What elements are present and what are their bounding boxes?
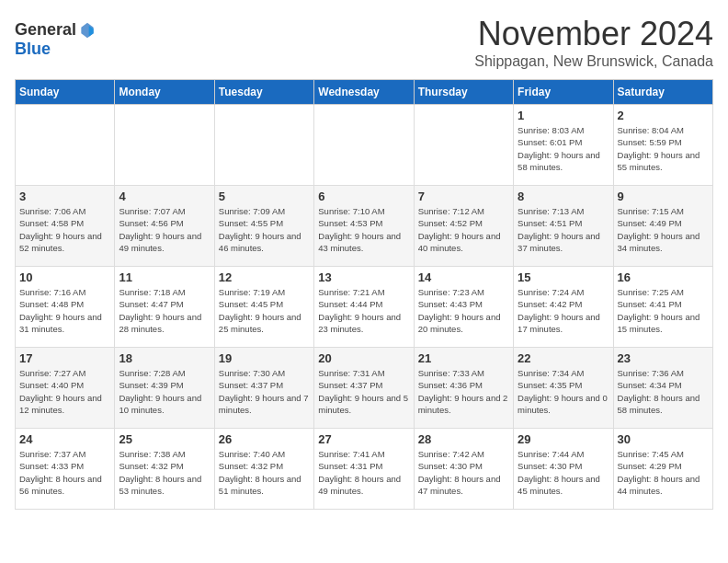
calendar-cell: 28Sunrise: 7:42 AM Sunset: 4:30 PM Dayli… [414, 429, 513, 510]
day-info: Sunrise: 7:24 AM Sunset: 4:42 PM Dayligh… [518, 286, 609, 335]
calendar-cell: 17Sunrise: 7:27 AM Sunset: 4:40 PM Dayli… [16, 348, 115, 429]
day-number: 4 [119, 190, 210, 203]
header-day-tuesday: Tuesday [214, 80, 313, 105]
calendar-cell: 9Sunrise: 7:15 AM Sunset: 4:49 PM Daylig… [613, 186, 712, 267]
location-title: Shippagan, New Brunswick, Canada [474, 53, 713, 70]
calendar-header: SundayMondayTuesdayWednesdayThursdayFrid… [16, 80, 713, 105]
day-number: 23 [618, 351, 709, 365]
calendar-cell: 22Sunrise: 7:34 AM Sunset: 4:35 PM Dayli… [514, 348, 613, 429]
logo-icon [78, 21, 97, 40]
day-number: 5 [219, 190, 310, 203]
day-info: Sunrise: 7:42 AM Sunset: 4:30 PM Dayligh… [418, 448, 509, 497]
logo: General Blue [15, 20, 97, 59]
day-number: 21 [418, 351, 509, 365]
day-number: 26 [219, 432, 310, 446]
day-info: Sunrise: 7:37 AM Sunset: 4:33 PM Dayligh… [19, 448, 110, 497]
day-number: 28 [418, 432, 509, 446]
day-info: Sunrise: 7:45 AM Sunset: 4:29 PM Dayligh… [618, 448, 709, 497]
day-info: Sunrise: 7:07 AM Sunset: 4:56 PM Dayligh… [119, 205, 210, 254]
header-day-friday: Friday [514, 80, 613, 105]
day-number: 13 [318, 270, 409, 284]
day-info: Sunrise: 7:44 AM Sunset: 4:30 PM Dayligh… [518, 448, 609, 497]
header: General Blue November 2024 Shippagan, Ne… [15, 15, 713, 70]
calendar-cell: 10Sunrise: 7:16 AM Sunset: 4:48 PM Dayli… [16, 267, 115, 348]
week-row-1: 1Sunrise: 8:03 AM Sunset: 6:01 PM Daylig… [16, 105, 713, 186]
day-number: 3 [19, 190, 110, 203]
logo-blue-text: Blue [15, 40, 51, 59]
calendar-cell: 19Sunrise: 7:30 AM Sunset: 4:37 PM Dayli… [214, 348, 313, 429]
calendar-cell: 5Sunrise: 7:09 AM Sunset: 4:55 PM Daylig… [214, 186, 313, 267]
day-info: Sunrise: 7:15 AM Sunset: 4:49 PM Dayligh… [618, 205, 709, 254]
day-number: 19 [219, 351, 310, 365]
calendar-cell [214, 105, 313, 186]
day-info: Sunrise: 7:23 AM Sunset: 4:43 PM Dayligh… [418, 286, 509, 335]
day-number: 15 [518, 270, 609, 284]
title-area: November 2024 Shippagan, New Brunswick, … [474, 15, 713, 70]
day-number: 6 [318, 190, 409, 203]
calendar-cell: 23Sunrise: 7:36 AM Sunset: 4:34 PM Dayli… [613, 348, 712, 429]
day-info: Sunrise: 7:16 AM Sunset: 4:48 PM Dayligh… [19, 286, 110, 335]
week-row-3: 10Sunrise: 7:16 AM Sunset: 4:48 PM Dayli… [16, 267, 713, 348]
week-row-4: 17Sunrise: 7:27 AM Sunset: 4:40 PM Dayli… [16, 348, 713, 429]
day-number: 18 [119, 351, 210, 365]
day-number: 8 [518, 190, 609, 203]
day-number: 7 [418, 190, 509, 203]
calendar-cell: 24Sunrise: 7:37 AM Sunset: 4:33 PM Dayli… [16, 429, 115, 510]
calendar-cell [314, 105, 414, 186]
day-info: Sunrise: 7:38 AM Sunset: 4:32 PM Dayligh… [119, 448, 210, 497]
header-day-thursday: Thursday [414, 80, 513, 105]
calendar-cell: 29Sunrise: 7:44 AM Sunset: 4:30 PM Dayli… [514, 429, 613, 510]
day-info: Sunrise: 7:13 AM Sunset: 4:51 PM Dayligh… [518, 205, 609, 254]
calendar-cell [115, 105, 214, 186]
header-day-monday: Monday [115, 80, 214, 105]
calendar-cell: 13Sunrise: 7:21 AM Sunset: 4:44 PM Dayli… [314, 267, 414, 348]
header-row: SundayMondayTuesdayWednesdayThursdayFrid… [16, 80, 713, 105]
day-info: Sunrise: 7:18 AM Sunset: 4:47 PM Dayligh… [119, 286, 210, 335]
day-info: Sunrise: 7:34 AM Sunset: 4:35 PM Dayligh… [518, 367, 609, 416]
day-number: 30 [618, 432, 709, 446]
day-number: 27 [318, 432, 409, 446]
day-number: 24 [19, 432, 110, 446]
day-number: 14 [418, 270, 509, 284]
day-info: Sunrise: 7:41 AM Sunset: 4:31 PM Dayligh… [318, 448, 409, 497]
calendar-cell: 8Sunrise: 7:13 AM Sunset: 4:51 PM Daylig… [514, 186, 613, 267]
header-day-saturday: Saturday [613, 80, 712, 105]
day-info: Sunrise: 7:28 AM Sunset: 4:39 PM Dayligh… [119, 367, 210, 416]
day-info: Sunrise: 7:40 AM Sunset: 4:32 PM Dayligh… [219, 448, 310, 497]
calendar-cell: 25Sunrise: 7:38 AM Sunset: 4:32 PM Dayli… [115, 429, 214, 510]
header-day-wednesday: Wednesday [314, 80, 414, 105]
calendar-cell: 1Sunrise: 8:03 AM Sunset: 6:01 PM Daylig… [514, 105, 613, 186]
calendar-cell: 3Sunrise: 7:06 AM Sunset: 4:58 PM Daylig… [16, 186, 115, 267]
calendar-cell: 4Sunrise: 7:07 AM Sunset: 4:56 PM Daylig… [115, 186, 214, 267]
header-day-sunday: Sunday [16, 80, 115, 105]
day-number: 10 [19, 270, 110, 284]
calendar-body: 1Sunrise: 8:03 AM Sunset: 6:01 PM Daylig… [16, 105, 713, 510]
calendar-cell: 14Sunrise: 7:23 AM Sunset: 4:43 PM Dayli… [414, 267, 513, 348]
calendar-cell: 21Sunrise: 7:33 AM Sunset: 4:36 PM Dayli… [414, 348, 513, 429]
day-number: 20 [318, 351, 409, 365]
day-info: Sunrise: 8:04 AM Sunset: 5:59 PM Dayligh… [618, 124, 709, 173]
calendar-cell: 6Sunrise: 7:10 AM Sunset: 4:53 PM Daylig… [314, 186, 414, 267]
day-number: 9 [618, 190, 709, 203]
calendar-cell [414, 105, 513, 186]
calendar-cell: 2Sunrise: 8:04 AM Sunset: 5:59 PM Daylig… [613, 105, 712, 186]
day-info: Sunrise: 7:10 AM Sunset: 4:53 PM Dayligh… [318, 205, 409, 254]
day-info: Sunrise: 7:12 AM Sunset: 4:52 PM Dayligh… [418, 205, 509, 254]
day-info: Sunrise: 7:33 AM Sunset: 4:36 PM Dayligh… [418, 367, 509, 416]
day-number: 25 [119, 432, 210, 446]
logo-general-text: General [15, 20, 76, 40]
calendar-cell: 18Sunrise: 7:28 AM Sunset: 4:39 PM Dayli… [115, 348, 214, 429]
day-number: 16 [618, 270, 709, 284]
calendar-cell: 20Sunrise: 7:31 AM Sunset: 4:37 PM Dayli… [314, 348, 414, 429]
day-info: Sunrise: 7:09 AM Sunset: 4:55 PM Dayligh… [219, 205, 310, 254]
day-info: Sunrise: 7:27 AM Sunset: 4:40 PM Dayligh… [19, 367, 110, 416]
calendar-cell: 16Sunrise: 7:25 AM Sunset: 4:41 PM Dayli… [613, 267, 712, 348]
calendar-cell: 30Sunrise: 7:45 AM Sunset: 4:29 PM Dayli… [613, 429, 712, 510]
calendar-table: SundayMondayTuesdayWednesdayThursdayFrid… [15, 79, 713, 510]
calendar-cell: 12Sunrise: 7:19 AM Sunset: 4:45 PM Dayli… [214, 267, 313, 348]
calendar-cell: 15Sunrise: 7:24 AM Sunset: 4:42 PM Dayli… [514, 267, 613, 348]
calendar-cell [16, 105, 115, 186]
week-row-2: 3Sunrise: 7:06 AM Sunset: 4:58 PM Daylig… [16, 186, 713, 267]
day-info: Sunrise: 7:30 AM Sunset: 4:37 PM Dayligh… [219, 367, 310, 416]
day-info: Sunrise: 7:19 AM Sunset: 4:45 PM Dayligh… [219, 286, 310, 335]
